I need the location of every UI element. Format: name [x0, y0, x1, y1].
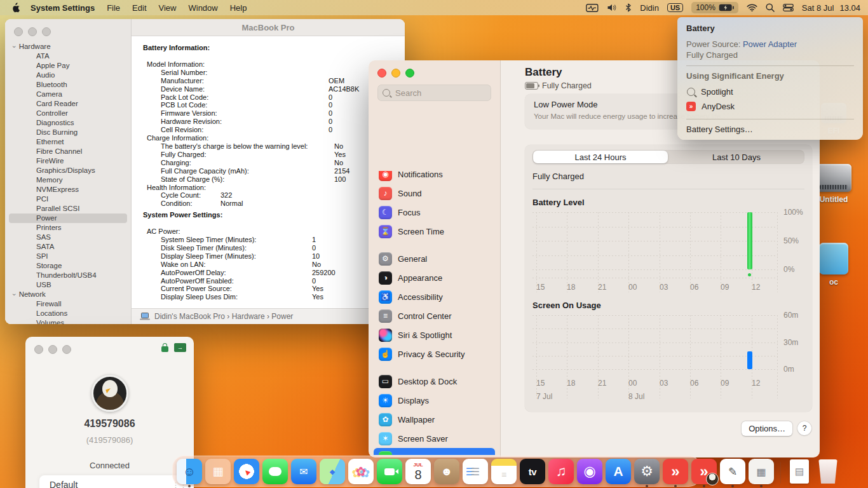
dock-item[interactable]: ▦	[205, 458, 231, 487]
dock-item[interactable]: ◆	[320, 458, 345, 487]
minimize-button[interactable]	[48, 345, 57, 354]
settings-sidebar-item[interactable]: ☾ Focus	[374, 203, 495, 222]
dock-item[interactable]	[262, 458, 288, 487]
dock-item[interactable]: ▦	[749, 458, 774, 487]
zoom-button[interactable]	[405, 69, 414, 78]
close-button[interactable]	[377, 69, 386, 78]
options-button[interactable]: Options…	[742, 421, 792, 436]
battery-menu-extra[interactable]: 100%	[691, 2, 738, 13]
dock-item[interactable]: ☰	[463, 458, 488, 487]
dock-item[interactable]	[777, 458, 783, 487]
dock-item[interactable]: »	[663, 458, 688, 487]
dock-item[interactable]: ♫	[548, 458, 574, 487]
sysinfo-sidebar-item[interactable]: SATA	[5, 242, 131, 252]
help-button[interactable]: ?	[797, 421, 811, 435]
wifi-icon[interactable]	[747, 4, 757, 11]
dock-item[interactable]: ✉	[291, 458, 316, 487]
sysinfo-sidebar-item[interactable]: USB	[5, 280, 131, 290]
settings-sidebar-item[interactable]: ◉ Notifications	[374, 171, 495, 184]
settings-sidebar-item[interactable]: ▭ Desktop & Dock	[374, 372, 495, 391]
sysinfo-sidebar-item[interactable]: Power	[9, 214, 127, 223]
dock-item[interactable]: ✎	[720, 458, 745, 487]
sysinfo-sidebar-item[interactable]: Apple Pay	[5, 61, 131, 71]
menu-item[interactable]: Help	[230, 3, 247, 13]
dock-item[interactable]: tv	[520, 458, 545, 487]
sysinfo-sidebar-item[interactable]: Firewall	[5, 299, 131, 309]
close-button[interactable]	[14, 27, 23, 36]
sysinfo-sidebar-item[interactable]: NVMExpress	[5, 185, 131, 194]
sysinfo-sidebar-item[interactable]: FireWire	[5, 156, 131, 166]
settings-sidebar-item[interactable]: ✶ Screen Saver	[374, 429, 495, 448]
settings-sidebar-item[interactable]: ☝ Privacy & Security	[374, 344, 495, 363]
sysinfo-sidebar-item[interactable]: Fibre Channel	[5, 147, 131, 156]
settings-sidebar-item[interactable]: ♪ Sound	[374, 184, 495, 203]
sysinfo-sidebar-item[interactable]: Volumes	[5, 318, 131, 324]
dock-item[interactable]: ▲	[234, 458, 259, 487]
settings-sidebar-item[interactable]: ⌛ Screen Time	[374, 222, 495, 241]
menu-item[interactable]: File	[107, 3, 120, 13]
volume-icon[interactable]	[607, 4, 617, 11]
search-field[interactable]	[377, 85, 491, 101]
settings-sidebar-item[interactable]: ◑ Appearance	[374, 268, 495, 287]
close-button[interactable]	[34, 345, 43, 354]
settings-sidebar-item[interactable]: Battery	[374, 448, 495, 455]
dock-item[interactable]: »	[691, 458, 717, 487]
dock-item[interactable]: ⚙	[634, 458, 660, 487]
menu-item[interactable]: View	[159, 3, 177, 13]
settings-sidebar-item[interactable]: ≡ Control Center	[374, 306, 495, 325]
energy-app-spotlight[interactable]: Spotlight	[677, 85, 863, 99]
battery-settings-item[interactable]: Battery Settings…	[677, 125, 863, 134]
energy-app-anydesk[interactable]: » AnyDesk	[677, 99, 863, 114]
cpu-graph-icon[interactable]	[586, 4, 599, 12]
settings-sidebar-item[interactable]: ✿ Wallpaper	[374, 410, 495, 429]
sysinfo-sidebar-item[interactable]: Disc Burning	[5, 128, 131, 137]
control-center-icon[interactable]	[783, 4, 794, 11]
dock-item[interactable]: ▤	[787, 458, 812, 487]
breadcrumb[interactable]: Didin's MacBook Pro › Hardware › Power	[154, 312, 293, 321]
sysinfo-sidebar-item[interactable]: Ethernet	[5, 137, 131, 147]
settings-sidebar-item[interactable]: Siri & Spotlight	[374, 325, 495, 344]
sysinfo-sidebar-item[interactable]: Memory	[5, 175, 131, 185]
settings-sidebar-item[interactable]: ☀ Displays	[374, 391, 495, 410]
sysinfo-sidebar-item[interactable]: Locations	[5, 309, 131, 318]
session-settings-card[interactable]: Default ⋮⋮	[39, 475, 194, 488]
sysinfo-sidebar-item[interactable]: Diagnostics	[5, 118, 131, 128]
sysinfo-sidebar-item[interactable]: SAS	[5, 233, 131, 242]
input-source-badge[interactable]: US	[667, 3, 683, 12]
minimize-button[interactable]	[28, 27, 37, 36]
zoom-button[interactable]	[62, 345, 71, 354]
dock-item[interactable]: A	[606, 458, 631, 487]
sidebar-section-network[interactable]: › Network	[5, 290, 131, 299]
zoom-button[interactable]	[42, 27, 51, 36]
sidebar-section-hardware[interactable]: › Hardware	[5, 42, 131, 51]
sysinfo-sidebar-item[interactable]: ATA	[5, 51, 131, 61]
menu-item[interactable]: Edit	[132, 3, 146, 13]
dock-item[interactable]	[377, 458, 402, 487]
dock-item[interactable]: ≡	[491, 458, 517, 487]
sysinfo-sidebar-item[interactable]: Controller	[5, 109, 131, 118]
minimize-button[interactable]	[391, 69, 400, 78]
active-app-menu[interactable]: System Settings	[31, 3, 95, 13]
menu-bar-clock[interactable]: Sat 8 Jul 13.04	[802, 3, 860, 13]
spotlight-search-icon[interactable]	[766, 3, 775, 12]
menu-item[interactable]: Window	[188, 3, 217, 13]
username-label[interactable]: Didin	[640, 3, 659, 13]
bluetooth-icon[interactable]	[625, 3, 632, 12]
sysinfo-sidebar-item[interactable]: SPI	[5, 252, 131, 261]
sysinfo-sidebar-item[interactable]: Storage	[5, 261, 131, 271]
sysinfo-sidebar-item[interactable]: Bluetooth	[5, 80, 131, 90]
segment-last-24-hours[interactable]: Last 24 Hours	[533, 151, 668, 163]
sysinfo-sidebar-item[interactable]: Printers	[5, 223, 131, 233]
dock-item[interactable]: ☺	[177, 458, 202, 487]
search-input[interactable]	[394, 88, 473, 98]
sysinfo-sidebar-item[interactable]: Card Reader	[5, 99, 131, 109]
sysinfo-sidebar-item[interactable]: Graphics/Displays	[5, 166, 131, 175]
sysinfo-sidebar-item[interactable]: Thunderbolt/USB4	[5, 271, 131, 280]
settings-sidebar-item[interactable]: ♿ Accessibility	[374, 287, 495, 306]
sysinfo-sidebar-item[interactable]: PCI	[5, 194, 131, 204]
dock-item[interactable]: ☻	[434, 458, 459, 487]
dock-item[interactable]: JUL 8	[405, 458, 431, 487]
dock-item[interactable]	[815, 458, 841, 487]
settings-sidebar-item[interactable]: ⚙ General	[374, 249, 495, 268]
dock-item[interactable]: ◉	[577, 458, 602, 487]
